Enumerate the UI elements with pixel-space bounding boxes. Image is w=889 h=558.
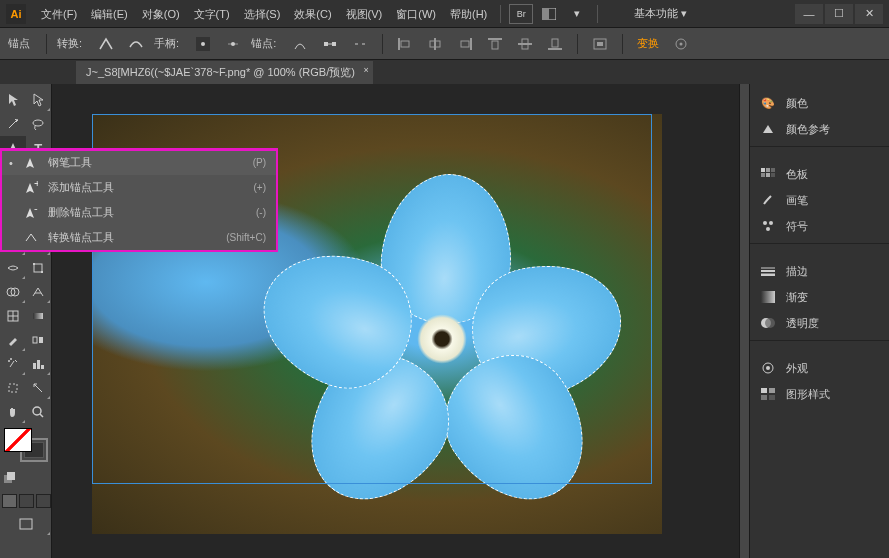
menu-type[interactable]: 文字(T) [187, 0, 237, 28]
panel-color[interactable]: 🎨 颜色 [750, 90, 889, 116]
draw-normal-mode[interactable] [2, 494, 17, 508]
color-swatch[interactable] [4, 428, 48, 462]
right-panel-dock: 🎨 颜色 颜色参考 色板 画笔 符号 描边 渐变 [749, 84, 889, 558]
svg-point-61 [766, 227, 770, 231]
align-left-icon[interactable] [393, 33, 417, 55]
maximize-button[interactable]: ☐ [825, 4, 853, 24]
mesh-tool[interactable] [0, 304, 26, 328]
draw-inside-mode[interactable] [36, 494, 51, 508]
convert-label: 转换: [57, 36, 82, 51]
dropdown-icon[interactable]: ▾ [565, 4, 589, 24]
menu-effect[interactable]: 效果(C) [287, 0, 338, 28]
flyout-add-anchor-tool[interactable]: + 添加锚点工具 (+) [2, 175, 276, 200]
svg-rect-73 [769, 395, 775, 400]
align-hcenter-icon[interactable] [423, 33, 447, 55]
svg-rect-44 [33, 363, 36, 369]
bridge-icon[interactable]: Br [509, 4, 533, 24]
menu-edit[interactable]: 编辑(E) [84, 0, 135, 28]
panel-swatches[interactable]: 色板 [750, 161, 889, 187]
svg-rect-14 [488, 38, 502, 40]
artboard-tool[interactable] [0, 376, 26, 400]
align-right-icon[interactable] [453, 33, 477, 55]
anchor-cut-icon[interactable] [348, 33, 372, 55]
svg-point-59 [763, 221, 767, 225]
zoom-tool[interactable] [26, 400, 52, 424]
minimize-button[interactable]: — [795, 4, 823, 24]
pen-tool-flyout: • 钢笔工具 (P) + 添加锚点工具 (+) - 删除锚点工具 (-) 转换锚… [0, 148, 278, 252]
align-vcenter-icon[interactable] [513, 33, 537, 55]
transform-icon[interactable] [669, 33, 693, 55]
panel-brushes[interactable]: 画笔 [750, 187, 889, 213]
fill-stroke-swap-icon[interactable] [0, 466, 51, 490]
menu-help[interactable]: 帮助(H) [443, 0, 494, 28]
handle-show-icon[interactable] [191, 33, 215, 55]
palette-icon: 🎨 [760, 95, 776, 111]
panel-collapse-strip[interactable] [739, 84, 749, 558]
appearance-icon [760, 360, 776, 376]
align-bottom-icon[interactable] [543, 33, 567, 55]
fill-color[interactable] [4, 428, 32, 452]
graph-tool[interactable] [26, 352, 52, 376]
free-transform-tool[interactable] [26, 256, 52, 280]
menu-window[interactable]: 窗口(W) [389, 0, 443, 28]
menu-view[interactable]: 视图(V) [339, 0, 390, 28]
width-tool[interactable] [0, 256, 26, 280]
draw-behind-mode[interactable] [19, 494, 34, 508]
eyedropper-tool[interactable] [0, 328, 26, 352]
anchor-connect-icon[interactable] [318, 33, 342, 55]
magic-wand-tool[interactable] [0, 112, 26, 136]
svg-point-69 [766, 366, 770, 370]
svg-point-5 [231, 42, 235, 46]
hand-tool[interactable] [0, 400, 26, 424]
flyout-pen-tool[interactable]: • 钢笔工具 (P) [2, 150, 276, 175]
perspective-grid-tool[interactable] [26, 280, 52, 304]
menu-select[interactable]: 选择(S) [237, 0, 288, 28]
pen-icon [24, 156, 40, 170]
app-logo-icon: Ai [6, 4, 26, 24]
tab-title: J~_S8[MHZ6((~$JAE`378~F.png* @ 100% (RGB… [86, 66, 355, 78]
isolate-icon[interactable] [588, 33, 612, 55]
selection-tool[interactable] [0, 88, 26, 112]
swatches-icon [760, 166, 776, 182]
slice-tool[interactable] [26, 376, 52, 400]
screen-mode[interactable] [0, 512, 51, 536]
flyout-convert-anchor-tool[interactable]: 转换锚点工具 (Shift+C) [2, 225, 276, 250]
svg-rect-54 [766, 168, 770, 172]
align-top-icon[interactable] [483, 33, 507, 55]
arrange-icon[interactable] [537, 4, 561, 24]
panel-gradient[interactable]: 渐变 [750, 284, 889, 310]
tab-close-icon[interactable]: × [364, 65, 369, 75]
handle-hide-icon[interactable] [221, 33, 245, 55]
convert-corner-icon[interactable] [94, 33, 118, 55]
flyout-delete-anchor-tool[interactable]: - 删除锚点工具 (-) [2, 200, 276, 225]
symbol-sprayer-tool[interactable] [0, 352, 26, 376]
svg-rect-33 [41, 271, 43, 273]
svg-rect-45 [37, 360, 40, 369]
menu-file[interactable]: 文件(F) [34, 0, 84, 28]
shape-builder-tool[interactable] [0, 280, 26, 304]
svg-point-43 [10, 358, 12, 360]
lasso-tool[interactable] [26, 112, 52, 136]
panel-graphic-styles[interactable]: 图形样式 [750, 381, 889, 407]
gradient-tool[interactable] [26, 304, 52, 328]
panel-stroke[interactable]: 描边 [750, 258, 889, 284]
panel-transparency[interactable]: 透明度 [750, 310, 889, 336]
panel-appearance[interactable]: 外观 [750, 355, 889, 381]
anchor-remove-icon[interactable] [288, 33, 312, 55]
direct-selection-tool[interactable] [26, 88, 52, 112]
blend-tool[interactable] [26, 328, 52, 352]
workspace-switcher[interactable]: 基本功能 ▾ [624, 4, 697, 23]
separator [500, 5, 501, 23]
close-button[interactable]: ✕ [855, 4, 883, 24]
svg-rect-32 [33, 263, 35, 265]
transform-label[interactable]: 变换 [633, 36, 663, 51]
symbols-icon [760, 218, 776, 234]
panel-symbols[interactable]: 符号 [750, 213, 889, 239]
pen-plus-icon: + [24, 181, 40, 195]
svg-rect-6 [324, 42, 328, 46]
menu-object[interactable]: 对象(O) [135, 0, 187, 28]
panel-color-guide[interactable]: 颜色参考 [750, 116, 889, 142]
document-tab[interactable]: J~_S8[MHZ6((~$JAE`378~F.png* @ 100% (RGB… [76, 61, 373, 84]
svg-point-60 [769, 221, 773, 225]
convert-smooth-icon[interactable] [124, 33, 148, 55]
